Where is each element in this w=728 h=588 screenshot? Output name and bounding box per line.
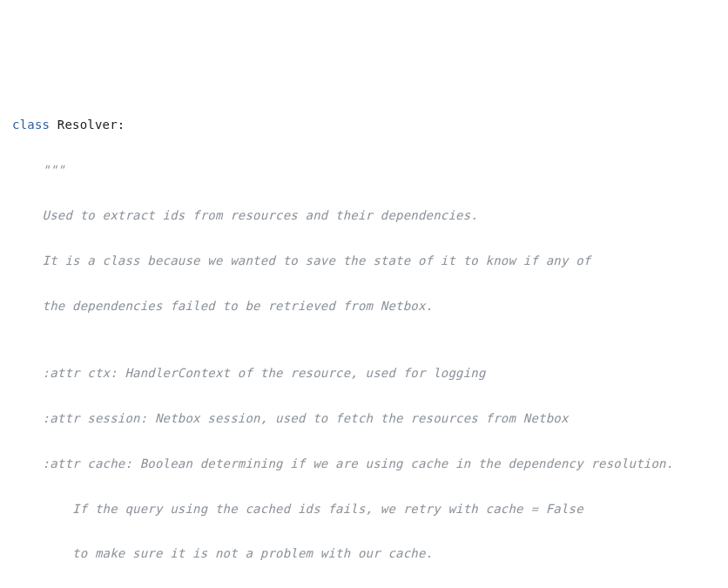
docstring-line: to make sure it is not a problem with ou… — [12, 543, 728, 565]
docstring-attr: :attr ctx: HandlerContext of the resourc… — [12, 362, 728, 385]
code-editor[interactable]: class Resolver: """ Used to extract ids … — [0, 91, 728, 588]
docstring-attr: :attr session: Netbox session, used to f… — [12, 408, 728, 430]
docstring-line: It is a class because we wanted to save … — [12, 250, 728, 273]
docstring-line: If the query using the cached ids fails,… — [12, 498, 728, 521]
docstring-open: """ — [12, 159, 728, 182]
keyword-class: class — [12, 118, 50, 132]
docstring-line: the dependencies failed to be retrieved … — [12, 295, 728, 318]
docstring-attr: :attr cache: Boolean determining if we a… — [12, 453, 728, 476]
docstring-line: Used to extract ids from resources and t… — [12, 205, 728, 227]
code-line: class Resolver: — [12, 114, 728, 137]
class-name: Resolver — [57, 118, 118, 132]
